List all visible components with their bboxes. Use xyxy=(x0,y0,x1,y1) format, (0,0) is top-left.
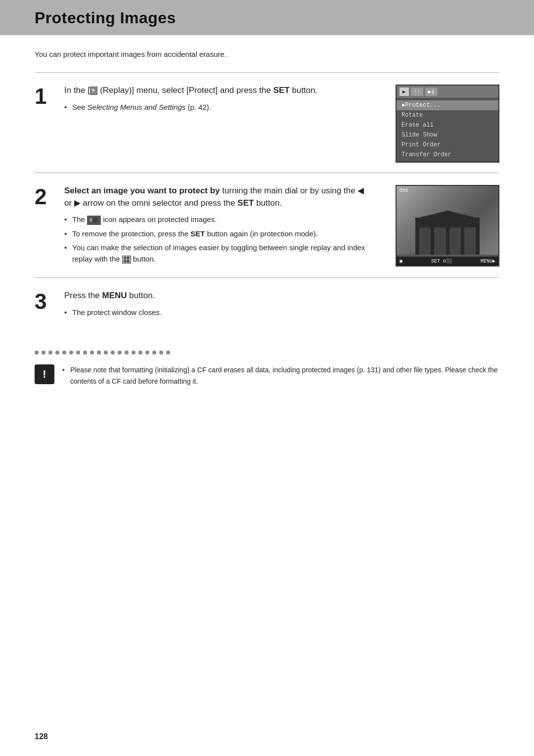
step-1-instruction: In the [▶ (Replay)] menu, select [Protec… xyxy=(64,85,381,97)
warning-icon: ! xyxy=(35,364,54,384)
dot-18 xyxy=(152,351,156,355)
step-2-instruction: Select an image you want to protect by t… xyxy=(64,185,381,209)
dot-4 xyxy=(55,351,59,355)
camera-bottom-left: ▣ xyxy=(400,258,402,264)
dot-1 xyxy=(35,351,39,355)
step-2: 2 Select an image you want to protect by… xyxy=(35,173,499,277)
menu-item-print: Print Order xyxy=(397,140,498,150)
menu-item-transfer: Transfer Order xyxy=(397,150,498,160)
dot-16 xyxy=(138,351,142,355)
step-1-bullets: See Selecting Menus and Settings (p. 42)… xyxy=(64,102,381,113)
col-2 xyxy=(434,227,445,255)
step-2-bullet-3: You can make the selection of images eas… xyxy=(64,242,381,265)
dot-20 xyxy=(166,351,170,355)
step-2-bullets: The o⬛ icon appears on protected images.… xyxy=(64,214,381,265)
menu-item-erase: Erase all xyxy=(397,120,498,130)
page-number: 128 xyxy=(35,732,48,741)
grid-icon-inner xyxy=(124,257,130,263)
menu-tab-2: ↑↑ xyxy=(411,88,423,96)
col-3 xyxy=(449,227,461,255)
dot-10 xyxy=(97,351,101,355)
grid-cell-3 xyxy=(124,260,127,263)
intro-text: You can protect important images from ac… xyxy=(35,50,499,58)
step-2-image: One ▣ SET o⬛ MENU▶ xyxy=(396,185,499,267)
camera-screen: One ▣ SET o⬛ MENU▶ xyxy=(396,185,499,267)
dot-7 xyxy=(76,351,80,355)
camera-bottom-right: MENU▶ xyxy=(481,258,495,264)
title-bar: Protecting Images xyxy=(0,0,534,35)
camera-bottom-center: SET o⬛ xyxy=(431,258,452,264)
dot-12 xyxy=(111,351,115,355)
dots-separator xyxy=(35,351,499,355)
grid-button-icon xyxy=(122,256,131,264)
step-2-bullet-2: To remove the protection, press the SET … xyxy=(64,228,381,240)
dot-11 xyxy=(104,351,108,355)
step-3-bullets: The protect window closes. xyxy=(64,307,490,318)
menu-screenshot: ▶ ↑↑ ▶| ●Protect... Rotate Erase all Sli… xyxy=(396,85,499,163)
dot-3 xyxy=(48,351,52,355)
step-2-number: 2 xyxy=(35,186,64,208)
menu-item-protect: ●Protect... xyxy=(397,100,498,110)
grid-cell-2 xyxy=(127,257,130,260)
dot-14 xyxy=(125,351,129,355)
menu-top-bar: ▶ ↑↑ ▶| xyxy=(397,86,498,98)
step-3-instruction: Press the MENU button. xyxy=(64,290,490,302)
menu-item-rotate: Rotate xyxy=(397,110,498,120)
menu-tab-3: ▶| xyxy=(425,88,438,96)
building-body xyxy=(415,218,480,255)
warning-list-item: Please note that formatting (initializin… xyxy=(62,364,499,387)
dot-2 xyxy=(42,351,45,355)
building-columns xyxy=(415,227,480,255)
step-3-number: 3 xyxy=(35,291,64,312)
warning-text: Please note that formatting (initializin… xyxy=(62,364,499,387)
dot-13 xyxy=(118,351,122,355)
dot-8 xyxy=(83,351,87,355)
step-2-bullet-1: The o⬛ icon appears on protected images. xyxy=(64,214,381,225)
dot-9 xyxy=(90,351,94,355)
step-1-number: 1 xyxy=(35,86,64,107)
camera-top-indicator: One xyxy=(400,188,408,193)
step-1-bullet-1: See Selecting Menus and Settings (p. 42)… xyxy=(64,102,381,113)
camera-bottom-bar: ▣ SET o⬛ MENU▶ xyxy=(397,257,498,266)
menu-item-slideshow: Slide Show xyxy=(397,130,498,140)
dot-6 xyxy=(69,351,73,355)
warning-section: ! Please note that formatting (initializ… xyxy=(35,364,499,387)
pediment xyxy=(415,211,480,219)
step-3: 3 Press the MENU button. The protect win… xyxy=(35,277,499,331)
col-4 xyxy=(464,227,476,255)
dot-5 xyxy=(62,351,66,355)
step-1: 1 In the [▶ (Replay)] menu, select [Prot… xyxy=(35,72,499,173)
menu-items-list: ●Protect... Rotate Erase all Slide Show … xyxy=(397,98,498,162)
page-container: Protecting Images You can protect import… xyxy=(0,0,534,416)
dot-19 xyxy=(159,351,163,355)
replay-icon: ▶ xyxy=(90,87,97,95)
step-3-bullet-1: The protect window closes. xyxy=(64,307,490,318)
dot-15 xyxy=(132,351,135,355)
step-1-content: In the [▶ (Replay)] menu, select [Protec… xyxy=(64,85,391,116)
protect-icon: o⬛ xyxy=(87,216,101,225)
step-3-content: Press the MENU button. The protect windo… xyxy=(64,290,499,321)
dot-17 xyxy=(145,351,149,355)
grid-cell-1 xyxy=(124,257,127,260)
menu-tab-replay: ▶ xyxy=(400,88,409,96)
step-2-content: Select an image you want to protect by t… xyxy=(64,185,391,267)
page-title: Protecting Images xyxy=(35,9,499,27)
step-1-image: ▶ ↑↑ ▶| ●Protect... Rotate Erase all Sli… xyxy=(396,85,499,163)
col-1 xyxy=(419,227,431,255)
grid-cell-4 xyxy=(127,260,130,263)
camera-screen-inner: One ▣ SET o⬛ MENU▶ xyxy=(397,186,498,266)
